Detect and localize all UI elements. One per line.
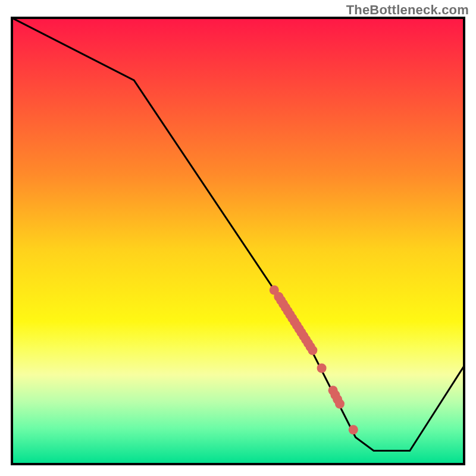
data-point	[335, 399, 345, 409]
data-point	[317, 364, 327, 373]
bottleneck-chart	[0, 0, 476, 476]
data-point	[349, 425, 358, 434]
chart-container: TheBottleneck.com	[0, 0, 476, 476]
watermark-text: TheBottleneck.com	[346, 2, 469, 18]
data-point	[308, 346, 317, 355]
gradient-background	[12, 18, 464, 464]
